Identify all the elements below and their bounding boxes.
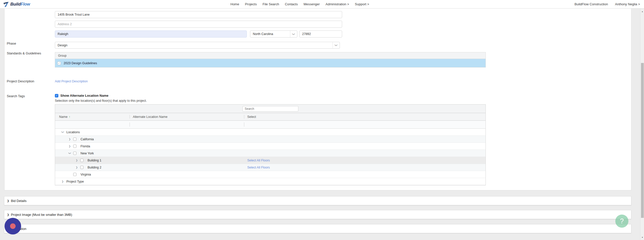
tree-cell-name: ❯Locations <box>55 129 130 135</box>
buildflow-app: BuildFlow HomeProjectsFile SearchContact… <box>0 0 644 240</box>
phase-label: Phase <box>7 42 16 45</box>
column-header-alternate-location-name[interactable]: Alternate Location Name <box>130 113 244 120</box>
tree-cell-name: ❯New York <box>55 150 130 157</box>
checkbox-california[interactable] <box>73 138 76 141</box>
nav-item-administration[interactable]: Administration > <box>326 2 349 6</box>
checkbox-new-york[interactable] <box>73 152 76 155</box>
standards-label: Standards & Guidelines <box>7 51 41 55</box>
tree-row-label: California <box>80 138 94 141</box>
checkbox-slot <box>73 173 80 176</box>
recording-indicator[interactable] <box>5 218 21 234</box>
main-menu: HomeProjectsFile SearchContactsMessenger… <box>230 0 369 8</box>
tree-cell-alternate-name <box>130 171 244 178</box>
checkbox-building-2[interactable] <box>80 166 84 169</box>
nav-right: BuildFlow Construction Anthony Neglia > <box>575 0 640 8</box>
checkbox-building-1[interactable] <box>80 159 84 162</box>
chevron-right-icon: ❯ <box>7 199 9 202</box>
tree-cell-name: ❯Florida <box>55 143 130 150</box>
tree-row-locations: ❯Locations <box>55 129 486 136</box>
nav-item-support[interactable]: Support > <box>355 2 369 6</box>
search-tags-label: Search Tags <box>7 94 25 98</box>
checkbox-slot <box>73 152 80 155</box>
user-menu[interactable]: Anthony Neglia > <box>615 2 640 6</box>
tree-cell-alternate-name <box>130 143 244 150</box>
section-project-image[interactable]: ❯ Project Image (Must be smaller than 3M… <box>4 210 631 219</box>
checkbox-slot <box>73 138 80 141</box>
chevron-down-icon: ❯ <box>335 44 338 46</box>
brand-wordmark: BuildFlow <box>10 2 30 7</box>
nav-item-messenger[interactable]: Messenger <box>304 2 320 6</box>
standards-row-2023-design-guidelines[interactable]: ✓2023 Design Guidelines <box>55 59 486 67</box>
vertical-scrollbar[interactable]: ▲ ▼ <box>640 9 644 240</box>
tree-cell-name: ❯California <box>55 136 130 143</box>
tree-cell-select: Select All Floors <box>244 164 486 171</box>
checkbox-virginia[interactable] <box>73 173 76 176</box>
filter-cell-alternate[interactable] <box>130 121 244 128</box>
address2-input[interactable] <box>55 21 342 28</box>
tree-cell-alternate-name <box>130 150 244 157</box>
zip-input[interactable] <box>299 30 342 38</box>
checkbox-slot <box>73 145 80 148</box>
alternate-name-checkbox[interactable]: ✓ <box>55 94 58 97</box>
tree-row-label: Building 2 <box>88 166 101 169</box>
checkbox-slot <box>80 159 87 162</box>
nav-item-file-search[interactable]: File Search <box>263 2 279 6</box>
scroll-up-icon[interactable]: ▲ <box>640 10 644 13</box>
search-input[interactable] <box>243 106 298 112</box>
add-project-description-link[interactable]: Add Project Description <box>55 80 88 83</box>
section-bid-details[interactable]: ❯ Bid Details <box>4 196 631 205</box>
buildflow-logo[interactable]: BuildFlow <box>3 1 30 7</box>
tree-row-florida: ❯Florida <box>55 143 486 150</box>
tree-row-label: Florida <box>80 145 90 148</box>
section-integration[interactable]: ❯ Integration <box>4 224 631 233</box>
tree-cell-select <box>244 129 486 135</box>
chevron-right-icon[interactable]: ❯ <box>73 159 80 162</box>
select-all-floors-link[interactable]: Select All Floors <box>247 159 270 162</box>
tree-cell-name: Virginia <box>55 171 130 178</box>
locations-tree: ❯Locations❯California❯Florida❯New York❯B… <box>55 129 486 185</box>
tree-cell-alternate-name <box>130 157 244 164</box>
alternate-name-toggle-row: ✓ Show Alternate Location Name <box>55 94 108 97</box>
chevron-down-icon[interactable]: ❯ <box>68 150 71 157</box>
tree-cell-alternate-name <box>130 136 244 143</box>
alternate-name-toggle-label: Show Alternate Location Name <box>60 94 108 97</box>
tree-cell-name: ❯Building 2 <box>55 164 130 171</box>
chevron-right-icon[interactable]: ❯ <box>73 166 80 169</box>
chevron-right-icon[interactable]: ❯ <box>66 145 73 148</box>
tree-row-label: New York <box>80 152 94 155</box>
locations-filter-row <box>55 121 486 129</box>
address1-input[interactable] <box>55 11 342 18</box>
help-button[interactable]: ? <box>615 215 628 228</box>
checkbox-florida[interactable] <box>73 145 76 148</box>
locations-table-toolbar <box>55 105 486 113</box>
nav-item-contacts[interactable]: Contacts <box>285 2 298 6</box>
tree-row-project-type: ❯Project Type <box>55 178 486 185</box>
tree-cell-name: ❯Project Type <box>55 178 130 185</box>
tree-row-building-2: ❯Building 2Select All Floors <box>55 164 486 171</box>
filter-cell-select[interactable] <box>244 121 486 128</box>
city-input[interactable] <box>55 30 247 38</box>
state-select[interactable]: North Carolina ❯ <box>250 30 297 38</box>
filter-cell-name[interactable] <box>55 121 130 128</box>
tree-row-label: Virginia <box>80 173 91 176</box>
chevron-right-icon[interactable]: ❯ <box>66 138 73 141</box>
tree-cell-alternate-name <box>130 178 244 185</box>
phase-select[interactable]: Design ❯ <box>55 42 340 49</box>
nav-item-projects[interactable]: Projects <box>245 2 257 6</box>
scroll-down-icon[interactable]: ▼ <box>640 235 644 239</box>
chevron-right-icon: ❯ <box>7 213 9 216</box>
nav-item-home[interactable]: Home <box>230 2 239 6</box>
column-header-select[interactable]: Select <box>244 113 486 120</box>
standards-table: Group ✓2023 Design Guidelines <box>55 52 486 67</box>
scrollbar-thumb[interactable] <box>641 63 644 218</box>
chevron-down-icon[interactable]: ❯ <box>61 129 64 136</box>
section-label: Bid Details <box>11 199 26 203</box>
locations-table: Name ↑ Alternate Location Name Select ❯L… <box>55 104 486 185</box>
sort-ascending-icon: ↑ <box>69 115 70 119</box>
search-tags-hint: Selection only the location(s) and floor… <box>55 99 147 102</box>
select-all-floors-link[interactable]: Select All Floors <box>247 166 270 169</box>
column-header-name[interactable]: Name ↑ <box>55 113 130 120</box>
tree-cell-name: ❯Building 1 <box>55 157 130 164</box>
checkbox-2023-design-guidelines[interactable]: ✓ <box>57 61 61 65</box>
chevron-right-icon[interactable]: ❯ <box>59 180 66 183</box>
